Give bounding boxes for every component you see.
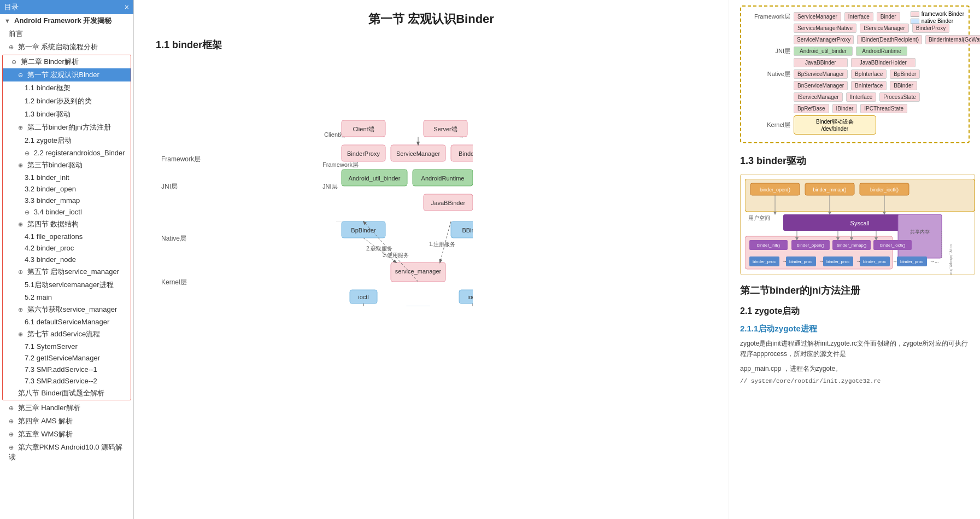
sidebar-item-s2[interactable]: ⊕ 第二节binder的jni方法注册 — [3, 121, 131, 134]
cell-bpinterface: BpInterface — [851, 69, 887, 79]
svg-text:BBinder: BBinder — [462, 227, 473, 234]
sidebar-item-s4-2[interactable]: 4.2 binder_proc — [3, 242, 131, 254]
layer-architecture-diagram: framework Binder native Binder Framework… — [740, 5, 970, 143]
sidebar-item-ch2[interactable]: ⊖ 第二章 Binder解析 — [3, 55, 131, 68]
sidebar-header: 目录 × — [0, 0, 133, 14]
svg-text:AndroidRuntime: AndroidRuntime — [421, 175, 465, 182]
sidebar-item-s5[interactable]: ⊕ 第五节 启动service_manager — [3, 265, 131, 278]
sidebar-item-s8[interactable]: 第八节 Binder面试题全解析 — [3, 387, 131, 400]
svg-text:Kernel层: Kernel层 — [161, 278, 187, 286]
sidebar-item-s4-1[interactable]: 4.1 file_operations — [3, 231, 131, 242]
svg-text:BpBinder: BpBinder — [351, 227, 376, 234]
expand-icon: ▼ — [4, 18, 10, 24]
sidebar-item-ch5[interactable]: ⊕ 第五章 WMS解析 — [0, 428, 133, 441]
layer-row-native2: BnServiceManager BnInterface BBinder — [794, 81, 963, 90]
sidebar-item-s4[interactable]: ⊕ 第四节 数据结构 — [3, 218, 131, 231]
cell-bninterface: BnInterface — [851, 81, 887, 90]
sidebar-item-s3-3[interactable]: 3.3 binder_mmap — [3, 195, 131, 206]
cell-binder: Binder — [877, 12, 900, 21]
sidebar-item-s7-3a[interactable]: 7.3 SMP.addService--1 — [3, 364, 131, 375]
sidebar-item-s2-1[interactable]: 2.1 zygote启动 — [3, 134, 131, 147]
svg-text:binder_mmap(): binder_mmap() — [813, 187, 846, 193]
cell-bpservicemanager: BpServiceManager — [794, 69, 848, 79]
layer-row-kernel: Kernel层 Binder驱动设备/dev/binder — [747, 115, 963, 135]
expand-icon-s5: ⊕ — [18, 269, 23, 275]
cell-androidruntime: AndroidRuntime — [856, 46, 907, 56]
sidebar-item-ch6[interactable]: ⊕ 第六章PKMS Android10.0 源码解读 — [0, 441, 133, 464]
legend-framework-box — [911, 11, 919, 17]
svg-text:JNI层: JNI层 — [322, 183, 338, 190]
layer-row-javabbinder: JavaBBinder JavaBBinderHolder — [794, 58, 963, 67]
sidebar-item-s3-1[interactable]: 3.1 binder_init — [3, 172, 131, 183]
svg-text:binder_proc: binder_proc — [826, 259, 849, 264]
section3-title: 1.3 binder驱动 — [740, 154, 969, 167]
sidebar-item-ch4[interactable]: ⊕ 第四章 AMS 解析 — [0, 415, 133, 428]
sidebar-title: 目录 — [4, 2, 19, 12]
sidebar-item-s4-3[interactable]: 4.3 binder_node — [3, 254, 131, 265]
cell-servicemanager: ServiceManager — [794, 12, 841, 21]
legend-native-label: native Binder — [922, 18, 953, 24]
svg-text:→: → — [893, 259, 897, 264]
sidebar-item-s6[interactable]: ⊕ 第六节获取service_manager — [3, 303, 131, 316]
sidebar-item-ch1[interactable]: ⊕ 第一章 系统启动流程分析 — [0, 40, 133, 54]
sidebar-item-s3-4[interactable]: ⊕ 3.4 binder_ioctl — [3, 206, 131, 218]
sidebar-item-s1-3[interactable]: 1.3 binder驱动 — [3, 108, 131, 121]
sidebar-item-s7-3b[interactable]: 7.3 SMP.addService--2 — [3, 375, 131, 387]
cell-javabbinderholder: JavaBBinderHolder — [851, 58, 916, 67]
svg-text:binder_ioctl(): binder_ioctl() — [870, 187, 899, 193]
sidebar-item-ch3[interactable]: ⊕ 第三章 Handler解析 — [0, 401, 133, 415]
cell-javabbinder: JavaBBinder — [794, 58, 848, 67]
section211-code1: // system/core/rootdir/init.zygote32.rc — [740, 378, 969, 384]
svg-text:binder_proc: binder_proc — [753, 259, 776, 264]
svg-text:Framework层: Framework层 — [161, 155, 201, 163]
expand-icon-s1: ⊖ — [18, 72, 23, 78]
svg-text:binder_open(): binder_open() — [760, 187, 790, 193]
svg-text:JavaBBinder: JavaBBinder — [431, 200, 466, 206]
sidebar-item-s1[interactable]: ⊖ 第一节 宏观认识Binder — [3, 68, 131, 81]
sidebar-item-root[interactable]: ▼ Android Framework 开发揭秘 — [0, 14, 133, 27]
svg-text:copy_to/copy_from: copy_to/copy_from — [949, 244, 953, 275]
binder-driver-svg: binder_open() binder_mmap() binder_ioctl… — [745, 179, 975, 275]
svg-text:binder_open(): binder_open() — [797, 243, 824, 248]
sidebar-item-s5-1[interactable]: 5.1启动servicemanager进程 — [3, 278, 131, 291]
expand-icon-ch1: ⊕ — [9, 44, 14, 50]
cell-servicemanagerproxy: ServiceManagerProxy — [794, 35, 854, 44]
sidebar-item-s2-2[interactable]: ⊕ 2.2 registerandroidos_Binder — [3, 147, 131, 159]
sidebar-item-s1-1[interactable]: 1.1 binder框架 — [3, 81, 131, 95]
cell-binderinternal: BinderInternal(GcWatcher) — [925, 35, 980, 44]
sidebar-item-s7[interactable]: ⊕ 第七节 addService流程 — [3, 328, 131, 341]
layer-row-jni: JNI层 Android_util_binder AndroidRuntime — [747, 46, 963, 56]
sidebar-item-s1-2[interactable]: 1.2 binder涉及到的类 — [3, 95, 131, 108]
sidebar-item-s3-2[interactable]: 3.2 binder_open — [3, 183, 131, 195]
chapter2-section: ⊖ 第二章 Binder解析 ⊖ 第一节 宏观认识Binder 1.1 bind… — [2, 55, 131, 400]
sidebar-item-s7-1[interactable]: 7.1 SytemServer — [3, 341, 131, 352]
sidebar-item-s3[interactable]: ⊕ 第三节binder驱动 — [3, 159, 131, 172]
expand-icon-ch2: ⊖ — [11, 59, 16, 65]
layer-row-native3: IServiceManager IInterface ProcessState — [794, 92, 963, 102]
sidebar-item-s7-2[interactable]: 7.2 getIServiceManager — [3, 352, 131, 364]
svg-rect-63 — [898, 214, 942, 258]
cell-bnservicemanager: BnServiceManager — [794, 81, 848, 90]
expand-icon-s2-2: ⊕ — [25, 150, 30, 156]
expand-icon-s7: ⊕ — [18, 331, 23, 337]
svg-text:共享内存: 共享内存 — [910, 229, 930, 235]
binder-framework-diagram: Client端 Server端 Framework层 JNI层 Native层 … — [156, 60, 707, 308]
native-label: Native层 — [747, 70, 790, 78]
svg-text:Syscall: Syscall — [850, 220, 870, 226]
sidebar-close-button[interactable]: × — [125, 3, 129, 11]
cell-iservicemanager2: IServiceManager — [794, 92, 843, 102]
section211-title: 2.1.1启动zygote进程 — [740, 324, 969, 334]
svg-text:Client端: Client端 — [353, 126, 374, 132]
jni-label: JNI层 — [747, 47, 790, 55]
expand-icon-ch4: ⊕ — [9, 418, 14, 424]
sidebar-item-s5-2[interactable]: 5.2 main — [3, 291, 131, 303]
framework-label: Framework层 — [747, 13, 790, 21]
layer-row-native1: Native层 BpServiceManager BpInterface BpB… — [747, 69, 963, 79]
cell-ibinder-death: IBinder(DeathRecipient) — [857, 35, 922, 44]
svg-text:Native层: Native层 — [161, 235, 186, 242]
svg-text:binder_init(): binder_init() — [757, 243, 781, 248]
sidebar-item-preface[interactable]: 前言 — [0, 27, 133, 40]
page-title: 第一节 宏观认识Binder — [156, 11, 707, 27]
sidebar-item-s6-1[interactable]: 6.1 defaultServiceManager — [3, 316, 131, 328]
legend-native: native Binder — [911, 18, 964, 24]
